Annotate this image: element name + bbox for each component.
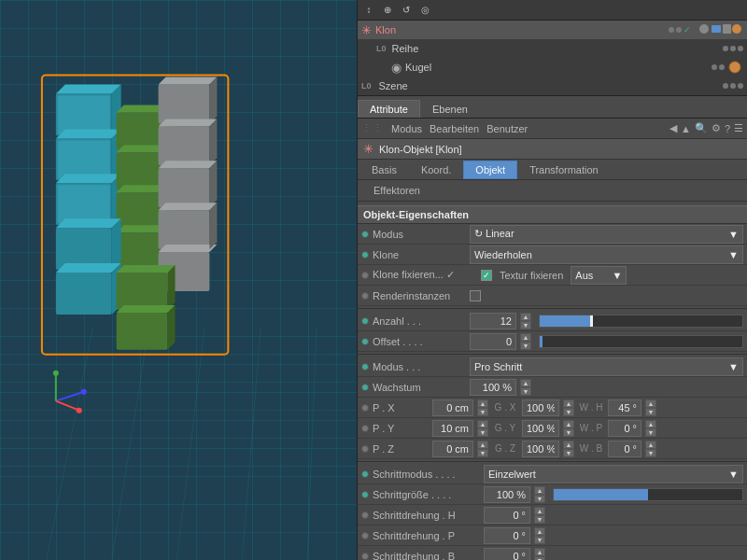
pz-input[interactable] xyxy=(432,441,473,457)
schrittgroesse-row: Schrittgröße . . . . ▲ ▼ xyxy=(358,484,747,505)
menu-icon[interactable]: ☰ xyxy=(734,122,743,134)
klone-dropdown[interactable]: Wiederholen ▼ xyxy=(470,245,743,264)
sdp-input[interactable] xyxy=(484,527,530,544)
offset-down[interactable]: ▼ xyxy=(520,342,531,350)
svg-line-7 xyxy=(177,327,205,559)
textur-fix-checkbox[interactable]: ✓ xyxy=(481,270,492,281)
anzahl-label: Anzahl . . . xyxy=(373,315,466,327)
svg-marker-41 xyxy=(159,161,218,168)
anzahl-up[interactable]: ▲ xyxy=(520,313,531,321)
modus-btn[interactable]: Modus xyxy=(391,123,422,134)
wachstum-row: Wachstum ▲ ▼ xyxy=(358,377,747,398)
py-stepper[interactable]: ▲ ▼ xyxy=(477,420,488,437)
wachstum-up[interactable]: ▲ xyxy=(520,379,531,387)
sdh-input[interactable] xyxy=(484,507,530,524)
sub-tab-basis[interactable]: Basis xyxy=(359,161,409,179)
separator1 xyxy=(358,308,747,309)
sdp-stepper[interactable]: ▲ ▼ xyxy=(534,527,545,544)
toolbar-icon-3[interactable]: ↺ xyxy=(399,3,414,18)
wh-input[interactable] xyxy=(608,399,641,416)
sdb-stepper[interactable]: ▲ ▼ xyxy=(534,548,545,561)
sub-tab-transformation[interactable]: Transformation xyxy=(517,161,611,179)
sub-tab-koord[interactable]: Koord. xyxy=(409,161,463,179)
toolbar-icon-2[interactable]: ⊕ xyxy=(380,3,395,18)
gz-stepper[interactable]: ▲ ▼ xyxy=(563,441,574,457)
wh-stepper[interactable]: ▲ ▼ xyxy=(645,399,656,416)
kugel-icon: ◉ xyxy=(391,61,402,75)
svg-rect-43 xyxy=(159,210,210,249)
wachstum-down[interactable]: ▼ xyxy=(520,387,531,396)
schrittmodus-dot xyxy=(361,470,369,478)
sub-tab-effektoren[interactable]: Effektoren xyxy=(361,181,432,200)
help-icon[interactable]: ? xyxy=(725,123,730,134)
gear-icon[interactable]: ⚙ xyxy=(712,122,721,134)
attr-toolbar-dots: ⋮⋮ xyxy=(361,122,384,134)
offset-slider[interactable] xyxy=(539,335,743,348)
anzahl-stepper[interactable]: ▲ ▼ xyxy=(520,313,531,329)
px-input[interactable] xyxy=(432,399,473,416)
anzahl-input[interactable] xyxy=(470,313,516,329)
schrittmodus-label: Schrittmodus . . . . xyxy=(373,469,480,480)
tab-ebenen[interactable]: Ebenen xyxy=(420,100,480,118)
sub-tab-objekt[interactable]: Objekt xyxy=(463,161,517,179)
up-icon[interactable]: ▲ xyxy=(681,123,691,134)
svg-line-61 xyxy=(56,392,84,401)
szene-label: Szene xyxy=(379,80,408,91)
list-item[interactable]: L0 Reihe xyxy=(358,39,747,58)
list-item[interactable]: ✳ Klon ✓ xyxy=(358,21,747,39)
tab-attribute[interactable]: Attribute xyxy=(358,100,420,118)
wp-input[interactable] xyxy=(608,420,641,437)
list-item[interactable]: L0 Szene xyxy=(358,77,747,95)
modus-dropdown[interactable]: ↻ Linear ▼ xyxy=(470,225,743,244)
anzahl-slider[interactable] xyxy=(539,315,743,328)
gx-stepper[interactable]: ▲ ▼ xyxy=(563,399,574,416)
render-checkbox[interactable] xyxy=(470,290,481,301)
schrittgroesse-slider[interactable] xyxy=(553,488,743,501)
search-icon[interactable]: 🔍 xyxy=(695,122,708,134)
modus2-dropdown[interactable]: Pro Schritt ▼ xyxy=(470,357,743,376)
anzahl-row: Anzahl . . . ▲ ▼ xyxy=(358,311,747,331)
pzgzwb-row: P . Z ▲ ▼ G . Z ▲ ▼ W . B ▲ ▼ xyxy=(358,439,747,459)
sdb-input[interactable] xyxy=(484,548,530,561)
svg-line-6 xyxy=(112,327,149,559)
textur-fix-arrow: ▼ xyxy=(612,270,622,281)
gx-input[interactable] xyxy=(522,399,559,416)
gy-stepper[interactable]: ▲ ▼ xyxy=(563,420,574,437)
wb-stepper[interactable]: ▲ ▼ xyxy=(645,441,656,457)
anzahl-down[interactable]: ▼ xyxy=(520,321,531,329)
gz-input[interactable] xyxy=(522,441,559,457)
bearbeiten-btn[interactable]: Bearbeiten xyxy=(430,123,479,134)
pxgxwh-row: P . X ▲ ▼ G . X ▲ ▼ W . H ▲ ▼ xyxy=(358,398,747,418)
svg-point-65 xyxy=(77,408,82,413)
wachstum-input[interactable] xyxy=(470,379,516,396)
gy-input[interactable] xyxy=(522,420,559,437)
offset-up[interactable]: ▲ xyxy=(520,333,531,342)
kfix-dot xyxy=(361,272,369,279)
dot2 xyxy=(676,27,682,33)
sdh-stepper[interactable]: ▲ ▼ xyxy=(534,507,545,524)
py-input[interactable] xyxy=(432,420,473,437)
schrittdrehung-h-row: Schrittdrehung . H ▲ ▼ xyxy=(358,505,747,525)
klone-arrow: ▼ xyxy=(728,249,739,260)
textur-fix-dropdown[interactable]: Aus ▼ xyxy=(571,266,627,285)
toolbar-icon-4[interactable]: ◎ xyxy=(417,3,432,18)
schrittmodus-row: Schrittmodus . . . . Einzelwert ▼ xyxy=(358,464,747,484)
modus2-dot xyxy=(361,363,369,371)
wp-stepper[interactable]: ▲ ▼ xyxy=(645,420,656,437)
offset-stepper[interactable]: ▲ ▼ xyxy=(520,333,531,350)
toolbar-icon-1[interactable]: ↕ xyxy=(361,3,376,18)
benutzer-btn[interactable]: Benutzer xyxy=(486,123,528,134)
schrittgroesse-input[interactable] xyxy=(484,486,530,503)
wb-input[interactable] xyxy=(608,441,641,457)
schrittgroesse-stepper[interactable]: ▲ ▼ xyxy=(534,486,545,503)
list-item[interactable]: ◉ Kugel xyxy=(358,58,747,77)
obj-info-text: Klon-Objekt [Klon] xyxy=(379,144,462,155)
wachstum-stepper[interactable]: ▲ ▼ xyxy=(520,379,531,396)
schrittmodus-dropdown[interactable]: Einzelwert ▼ xyxy=(484,465,743,483)
px-stepper[interactable]: ▲ ▼ xyxy=(477,399,488,416)
offset-input[interactable] xyxy=(470,333,516,350)
dot1 xyxy=(723,46,728,51)
viewport[interactable] xyxy=(0,0,358,560)
pz-stepper[interactable]: ▲ ▼ xyxy=(477,441,488,457)
arrow-left-icon[interactable]: ◀ xyxy=(669,122,677,134)
